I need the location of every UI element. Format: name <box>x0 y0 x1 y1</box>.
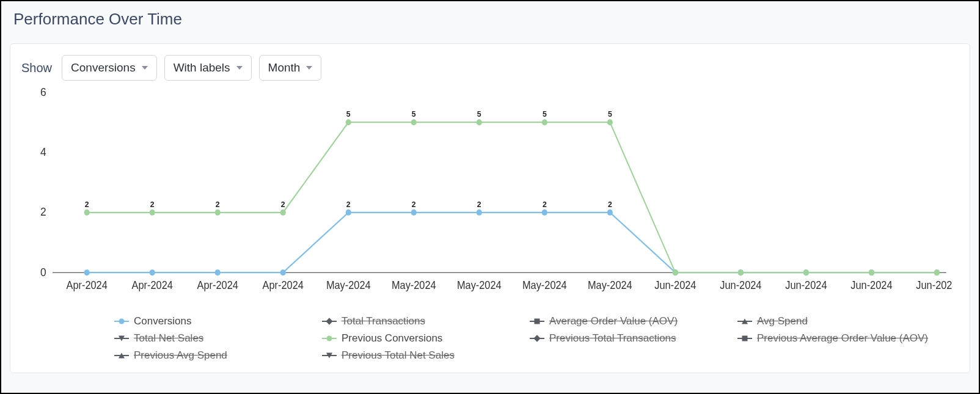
series-point <box>934 269 940 275</box>
data-label: 5 <box>543 109 547 119</box>
x-tick-label: Jun-2024 <box>720 279 762 291</box>
x-tick-label: Apr-2024 <box>132 279 174 291</box>
series-point <box>477 119 482 125</box>
x-tick-label: Jun-2024 <box>916 279 953 291</box>
x-tick-label: May-2024 <box>326 279 371 291</box>
series-point <box>84 210 90 216</box>
y-tick-label: 2 <box>40 205 46 219</box>
data-label: 2 <box>477 199 481 209</box>
x-tick-label: May-2024 <box>392 279 436 291</box>
legend-label: Previous Total Net Sales <box>342 349 455 362</box>
data-label: 2 <box>281 199 285 209</box>
data-label: 2 <box>150 199 155 209</box>
chevron-down-icon <box>236 66 243 70</box>
legend-item[interactable]: Average Order Value (AOV) <box>530 315 725 327</box>
series-point <box>869 269 874 275</box>
series-point <box>673 269 678 275</box>
labels-select[interactable]: With labels <box>164 55 252 81</box>
data-label: 2 <box>216 199 220 209</box>
legend-marker-icon <box>530 317 544 326</box>
data-label: 5 <box>412 109 416 119</box>
chart-plot: 0246Apr-2024Apr-2024Apr-2024Apr-2024May-… <box>27 87 953 293</box>
legend-label: Avg Spend <box>757 315 808 327</box>
data-label: 5 <box>608 109 612 119</box>
legend-label: Previous Conversions <box>342 332 442 345</box>
legend-marker-icon <box>530 334 544 343</box>
series-point <box>607 119 613 125</box>
legend-marker-icon <box>114 334 129 343</box>
legend-label: Average Order Value (AOV) <box>549 315 678 327</box>
legend-marker-icon <box>322 351 337 360</box>
legend-marker-icon <box>737 317 752 326</box>
x-tick-label: May-2024 <box>588 279 632 291</box>
x-tick-label: May-2024 <box>522 279 567 291</box>
legend-item[interactable]: Avg Spend <box>737 315 933 327</box>
show-label: Show <box>21 61 52 75</box>
legend-item[interactable]: Previous Average Order Value (AOV) <box>737 332 933 345</box>
data-label: 2 <box>346 199 351 209</box>
series-point <box>84 269 90 275</box>
legend-marker-icon <box>114 317 129 326</box>
legend-marker-icon <box>737 334 752 343</box>
legend-item[interactable]: Previous Total Net Sales <box>322 349 517 362</box>
y-tick-label: 4 <box>40 145 46 158</box>
labels-select-value: With labels <box>174 61 230 75</box>
legend-marker-icon <box>322 334 337 343</box>
legend-label: Previous Avg Spend <box>134 349 227 362</box>
series-point <box>542 210 547 216</box>
series-point <box>411 210 417 216</box>
legend-item[interactable]: Total Transactions <box>322 315 517 327</box>
panel-outer: Performance Over Time Show Conversions W… <box>0 0 980 394</box>
legend-marker-icon <box>114 351 129 360</box>
legend-item[interactable]: Total Net Sales <box>114 332 310 345</box>
chart-controls: Show Conversions With labels Month <box>21 55 959 81</box>
x-tick-label: Apr-2024 <box>67 279 108 291</box>
metric-select-value: Conversions <box>71 61 136 75</box>
legend-label: Previous Total Transactions <box>549 332 676 345</box>
series-point <box>280 269 286 275</box>
series-point <box>803 269 809 275</box>
legend-item[interactable]: Previous Avg Spend <box>114 349 310 362</box>
page-title: Performance Over Time <box>1 1 979 29</box>
series-point <box>346 119 351 125</box>
line-chart-svg: 0246Apr-2024Apr-2024Apr-2024Apr-2024May-… <box>27 87 953 293</box>
legend-item[interactable]: Conversions <box>114 315 310 327</box>
legend-item[interactable]: Previous Total Transactions <box>530 332 725 345</box>
series-point <box>150 210 155 216</box>
x-tick-label: Apr-2024 <box>197 279 239 291</box>
chart-legend: Conversions Total Transactions Average O… <box>114 315 933 362</box>
data-label: 2 <box>85 199 89 209</box>
legend-marker-icon <box>322 317 337 326</box>
series-point <box>215 269 221 275</box>
legend-label: Previous Average Order Value (AOV) <box>757 332 928 345</box>
series-line <box>87 213 937 272</box>
series-point <box>280 210 286 216</box>
period-select-value: Month <box>268 61 301 75</box>
series-point <box>607 210 613 216</box>
series-point <box>738 269 744 275</box>
data-label: 2 <box>412 199 416 209</box>
legend-label: Total Net Sales <box>134 332 203 345</box>
y-tick-label: 6 <box>40 87 46 98</box>
series-point <box>346 210 351 216</box>
series-point <box>411 119 417 125</box>
series-line <box>87 122 937 272</box>
data-label: 5 <box>477 109 481 119</box>
x-tick-label: Jun-2024 <box>654 279 697 291</box>
chevron-down-icon <box>306 66 312 70</box>
y-tick-label: 0 <box>40 265 46 279</box>
metric-select[interactable]: Conversions <box>62 55 157 81</box>
period-select[interactable]: Month <box>259 55 322 81</box>
data-label: 2 <box>608 199 612 209</box>
legend-item[interactable]: Previous Conversions <box>322 332 517 345</box>
chevron-down-icon <box>142 66 148 70</box>
series-point <box>215 210 221 216</box>
x-tick-label: May-2024 <box>457 279 502 291</box>
data-label: 5 <box>346 109 351 119</box>
series-point <box>542 119 547 125</box>
x-tick-label: Jun-2024 <box>850 279 893 291</box>
series-point <box>150 269 155 275</box>
series-point <box>477 210 482 216</box>
x-tick-label: Apr-2024 <box>263 279 304 291</box>
chart-card: Show Conversions With labels Month 0246A… <box>10 43 970 373</box>
